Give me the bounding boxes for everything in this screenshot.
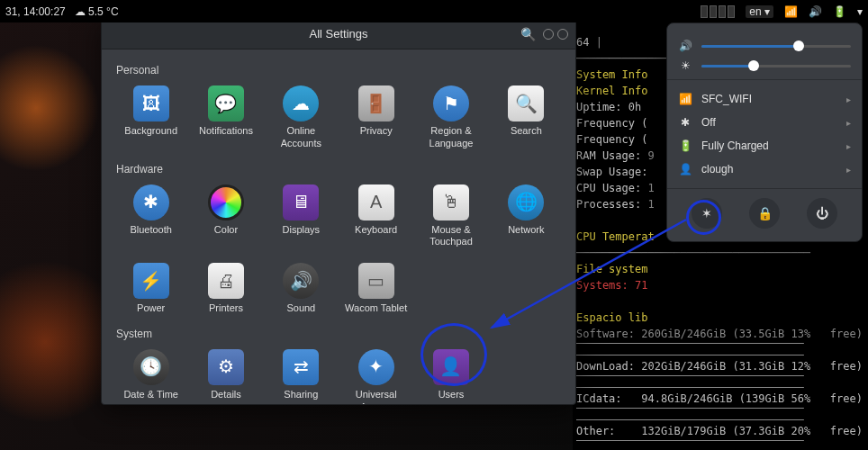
settings-item-universal-access[interactable]: ✦ Universal Access bbox=[339, 346, 412, 404]
item-label: Search bbox=[511, 125, 542, 138]
settings-item-color[interactable]: Color bbox=[189, 181, 262, 255]
settings-item-mouse-touchpad[interactable]: 🖱 Mouse & Touchpad bbox=[414, 181, 487, 255]
battery-menu-icon: 🔋 bbox=[678, 140, 692, 152]
power-off-button[interactable]: ⏻ bbox=[807, 198, 837, 229]
item-label: Sound bbox=[286, 302, 315, 315]
battery-icon[interactable]: 🔋 bbox=[833, 5, 846, 18]
settings-item-network[interactable]: 🌐 Network bbox=[490, 181, 563, 255]
wifi-icon[interactable]: 📶 bbox=[784, 5, 798, 18]
settings-shortcut-button[interactable]: ✶ bbox=[692, 198, 722, 229]
brightness-slider[interactable]: ☀ bbox=[678, 59, 851, 72]
settings-item-bluetooth[interactable]: ✱ Bluetooth bbox=[114, 181, 187, 255]
settings-item-users[interactable]: 👤 Users bbox=[414, 346, 487, 404]
privacy-icon: 🚪 bbox=[358, 86, 394, 122]
maximize-button[interactable] bbox=[557, 29, 568, 40]
background-icon: 🖼 bbox=[133, 86, 169, 122]
search-settings-icon: 🔍 bbox=[508, 86, 544, 122]
settings-item-notifications[interactable]: 💬 Notifications bbox=[189, 82, 262, 156]
mouse-icon: 🖱 bbox=[433, 184, 469, 220]
region-language-icon: ⚑ bbox=[433, 86, 469, 122]
item-label: Background bbox=[124, 125, 177, 138]
battery-label: Fully Charged bbox=[701, 140, 769, 152]
bluetooth-icon: ✱ bbox=[133, 184, 169, 220]
bluetooth-menu-item[interactable]: ✱ Off ▸ bbox=[678, 111, 851, 134]
cpu-tray-icon[interactable] bbox=[701, 5, 735, 18]
item-label: Notifications bbox=[199, 125, 253, 138]
bluetooth-menu-icon: ✱ bbox=[678, 116, 692, 129]
volume-icon[interactable]: 🔊 bbox=[809, 5, 822, 18]
item-label: Bluetooth bbox=[130, 224, 171, 237]
bluetooth-label: Off bbox=[701, 116, 716, 129]
item-label: Power bbox=[137, 302, 165, 315]
item-label: Region & Language bbox=[416, 125, 485, 150]
battery-menu-item[interactable]: 🔋 Fully Charged ▸ bbox=[678, 134, 851, 158]
item-label: Color bbox=[214, 224, 238, 237]
wifi-label: SFC_WIFI bbox=[701, 93, 752, 105]
settings-item-sharing[interactable]: ⇄ Sharing bbox=[265, 346, 338, 404]
universal-access-icon: ✦ bbox=[358, 349, 394, 385]
speaker-icon: 🔊 bbox=[678, 40, 692, 52]
item-label: Network bbox=[508, 224, 544, 237]
temperature-label: 5.5 °C bbox=[88, 5, 118, 18]
notifications-icon: 💬 bbox=[208, 86, 244, 122]
item-label: Users bbox=[439, 389, 465, 401]
section-system: System bbox=[116, 328, 563, 340]
item-label: Mouse & Touchpad bbox=[416, 224, 485, 249]
chevron-down-icon[interactable]: ▾ bbox=[857, 5, 863, 18]
settings-item-details[interactable]: ⚙ Details bbox=[189, 346, 262, 404]
weather-indicator[interactable]: ☁ 5.5 °C bbox=[75, 5, 119, 18]
section-hardware: Hardware bbox=[116, 163, 563, 176]
settings-item-region-language[interactable]: ⚑ Region & Language bbox=[414, 82, 487, 156]
settings-item-date-time[interactable]: 🕓 Date & Time bbox=[114, 346, 187, 404]
settings-item-keyboard[interactable]: A Keyboard bbox=[339, 181, 412, 255]
users-icon: 👤 bbox=[433, 349, 469, 385]
settings-window: All Settings 🔍 Personal 🖼 Background 💬 N… bbox=[101, 18, 576, 405]
top-panel: 31, 14:00:27 ☁ 5.5 °C en ▾ 📶 🔊 🔋 ▾ bbox=[0, 0, 868, 22]
settings-item-displays[interactable]: 🖥 Displays bbox=[265, 181, 338, 255]
lock-icon: 🔒 bbox=[757, 206, 773, 220]
keyboard-icon: A bbox=[358, 184, 394, 220]
item-label: Sharing bbox=[284, 389, 318, 401]
chevron-right-icon: ▸ bbox=[846, 165, 851, 175]
section-personal: Personal bbox=[116, 64, 563, 76]
settings-item-power[interactable]: ⚡ Power bbox=[114, 259, 187, 320]
online-accounts-icon: ☁ bbox=[283, 86, 319, 122]
item-label: Displays bbox=[283, 224, 321, 237]
user-label: clough bbox=[701, 163, 733, 176]
sharing-icon: ⇄ bbox=[283, 349, 319, 385]
search-icon[interactable]: 🔍 bbox=[520, 27, 536, 41]
sound-icon: 🔊 bbox=[283, 263, 319, 299]
settings-item-privacy[interactable]: 🚪 Privacy bbox=[339, 82, 412, 156]
network-icon: 🌐 bbox=[508, 184, 544, 220]
volume-slider[interactable]: 🔊 bbox=[678, 40, 851, 52]
details-icon: ⚙ bbox=[208, 349, 244, 385]
item-label: Printers bbox=[209, 302, 243, 315]
keyboard-layout-indicator[interactable]: en ▾ bbox=[746, 5, 773, 18]
settings-item-sound[interactable]: 🔊 Sound bbox=[265, 259, 338, 320]
chevron-right-icon: ▸ bbox=[846, 141, 851, 151]
power-settings-icon: ⚡ bbox=[133, 263, 169, 299]
chevron-right-icon: ▸ bbox=[846, 118, 851, 128]
item-label: Privacy bbox=[360, 125, 393, 138]
date-time-icon: 🕓 bbox=[133, 349, 169, 385]
minimize-button[interactable] bbox=[543, 29, 554, 40]
settings-item-wacom-tablet[interactable]: ▭ Wacom Tablet bbox=[339, 259, 412, 320]
item-label: Date & Time bbox=[123, 389, 178, 401]
settings-shortcut-icon: ✶ bbox=[701, 206, 712, 220]
cloud-icon: ☁ bbox=[75, 5, 86, 18]
lock-button[interactable]: 🔒 bbox=[749, 198, 780, 229]
item-label: Universal Access bbox=[341, 389, 411, 404]
item-label: Keyboard bbox=[355, 224, 397, 237]
settings-item-background[interactable]: 🖼 Background bbox=[114, 82, 187, 156]
user-menu-item[interactable]: 👤 clough ▸ bbox=[678, 158, 851, 181]
item-label: Details bbox=[211, 389, 241, 401]
power-icon: ⏻ bbox=[816, 206, 828, 220]
settings-item-search[interactable]: 🔍 Search bbox=[490, 82, 563, 156]
settings-item-printers[interactable]: 🖨 Printers bbox=[189, 259, 262, 320]
clock-label: 31, 14:00:27 bbox=[5, 5, 66, 18]
brightness-icon: ☀ bbox=[678, 59, 692, 72]
item-label: Online Accounts bbox=[267, 125, 336, 150]
settings-item-online-accounts[interactable]: ☁ Online Accounts bbox=[265, 82, 338, 156]
settings-headerbar: All Settings 🔍 bbox=[102, 19, 575, 50]
wifi-menu-item[interactable]: 📶 SFC_WIFI ▸ bbox=[678, 87, 851, 111]
